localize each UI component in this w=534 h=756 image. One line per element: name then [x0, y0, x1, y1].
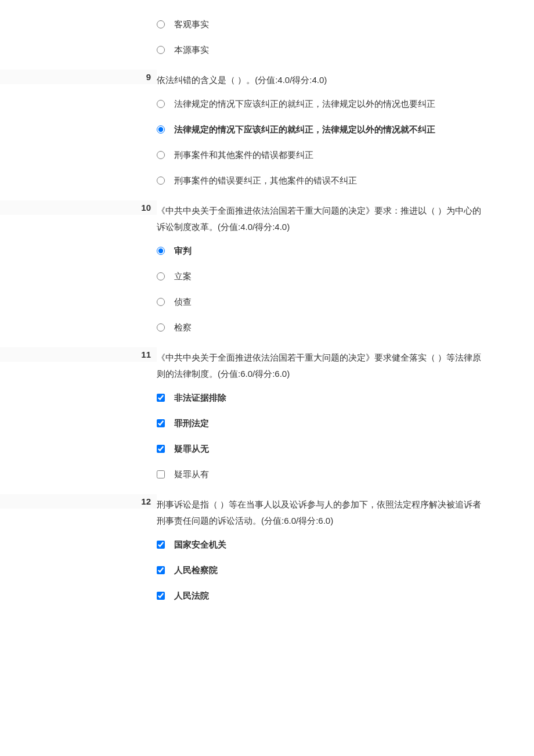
question-text: 依法纠错的含义是（ ）。(分值:4.0/得分:4.0)	[157, 70, 534, 89]
option-label: 疑罪从有	[174, 467, 534, 481]
option-label: 本源事实	[174, 43, 534, 57]
question-header: 12 刑事诉讼是指（ ）等在当事人以及讼诉参与人的参加下，依照法定程序解决被追诉…	[0, 491, 534, 532]
question-header: 11 《中共中央关于全面推进依法治国若干重大问题的决定》要求健全落实（ ）等法律…	[0, 344, 534, 385]
option-label: 检察	[174, 321, 534, 334]
option-checkbox[interactable]	[157, 592, 165, 600]
option-label: 审判	[174, 244, 534, 258]
option-checkbox[interactable]	[157, 394, 165, 402]
option-checkbox[interactable]	[157, 566, 165, 574]
option-checkbox[interactable]	[157, 445, 165, 453]
option-radio[interactable]	[157, 125, 165, 134]
option-row: 法律规定的情况下应该纠正的就纠正，法律规定以外的情况也要纠正	[0, 91, 534, 117]
option-label: 侦查	[174, 295, 534, 309]
question-header: 9 依法纠错的含义是（ ）。(分值:4.0/得分:4.0)	[0, 66, 534, 91]
option-radio[interactable]	[157, 272, 165, 280]
option-label: 刑事案件和其他案件的错误都要纠正	[174, 148, 534, 162]
question-header: 10 《中共中央关于全面推进依法治国若干重大问题的决定》要求：推进以（ ）为中心…	[0, 197, 534, 238]
option-label: 法律规定的情况下应该纠正的就纠正，法律规定以外的情况也要纠正	[174, 97, 534, 111]
option-label: 人民检察院	[174, 563, 534, 577]
option-label: 罪刑法定	[174, 416, 534, 430]
option-label: 国家安全机关	[174, 538, 534, 552]
option-row: 法律规定的情况下应该纠正的就纠正，法律规定以外的情况就不纠正	[0, 117, 534, 142]
question-block: 11 《中共中央关于全面推进依法治国若干重大问题的决定》要求健全落实（ ）等法律…	[0, 344, 534, 487]
option-row: 本源事实	[0, 37, 534, 63]
question-text: 刑事诉讼是指（ ）等在当事人以及讼诉参与人的参加下，依照法定程序解决被追诉者刑事…	[157, 494, 534, 530]
question-number: 10	[0, 200, 157, 215]
option-row: 人民法院	[0, 583, 534, 609]
option-row: 检察	[0, 315, 534, 340]
question-text: 《中共中央关于全面推进依法治国若干重大问题的决定》要求：推进以（ ）为中心的诉讼…	[157, 200, 534, 236]
quiz-page: 客观事实 本源事实 9 依法纠错的含义是（ ）。(分值:4.0/得分:4.0) …	[0, 0, 534, 624]
option-row: 非法证据排除	[0, 385, 534, 411]
option-row: 罪刑法定	[0, 411, 534, 436]
option-row: 疑罪从无	[0, 436, 534, 462]
option-label: 立案	[174, 269, 534, 283]
question-number: 12	[0, 494, 157, 509]
option-label: 疑罪从无	[174, 442, 534, 456]
option-radio[interactable]	[157, 100, 165, 108]
option-radio[interactable]	[157, 298, 165, 306]
question-number: 9	[0, 70, 157, 84]
question-block: 9 依法纠错的含义是（ ）。(分值:4.0/得分:4.0) 法律规定的情况下应该…	[0, 66, 534, 193]
question-block: 客观事实 本源事实	[0, 12, 534, 63]
option-radio[interactable]	[157, 151, 165, 159]
option-radio[interactable]	[157, 46, 165, 54]
question-text: 《中共中央关于全面推进依法治国若干重大问题的决定》要求健全落实（ ）等法律原则的…	[157, 347, 534, 383]
option-row: 审判	[0, 238, 534, 264]
option-row: 人民检察院	[0, 557, 534, 583]
option-row: 疑罪从有	[0, 462, 534, 487]
option-label: 人民法院	[174, 589, 534, 603]
option-label: 非法证据排除	[174, 391, 534, 405]
question-block: 12 刑事诉讼是指（ ）等在当事人以及讼诉参与人的参加下，依照法定程序解决被追诉…	[0, 491, 534, 609]
option-radio[interactable]	[157, 247, 165, 255]
option-row: 刑事案件和其他案件的错误都要纠正	[0, 142, 534, 168]
option-radio[interactable]	[157, 177, 165, 185]
option-checkbox[interactable]	[157, 419, 165, 427]
option-row: 国家安全机关	[0, 532, 534, 557]
option-radio[interactable]	[157, 20, 165, 28]
option-row: 侦查	[0, 289, 534, 315]
option-radio[interactable]	[157, 323, 165, 332]
option-checkbox[interactable]	[157, 541, 165, 549]
option-row: 客观事实	[0, 12, 534, 37]
question-number: 11	[0, 347, 157, 362]
option-row: 刑事案件的错误要纠正，其他案件的错误不纠正	[0, 168, 534, 193]
option-label: 客观事实	[174, 17, 534, 31]
option-label: 法律规定的情况下应该纠正的就纠正，法律规定以外的情况就不纠正	[174, 123, 534, 136]
option-row: 立案	[0, 264, 534, 289]
option-checkbox[interactable]	[157, 470, 165, 478]
question-block: 10 《中共中央关于全面推进依法治国若干重大问题的决定》要求：推进以（ ）为中心…	[0, 197, 534, 340]
option-label: 刑事案件的错误要纠正，其他案件的错误不纠正	[174, 174, 534, 188]
